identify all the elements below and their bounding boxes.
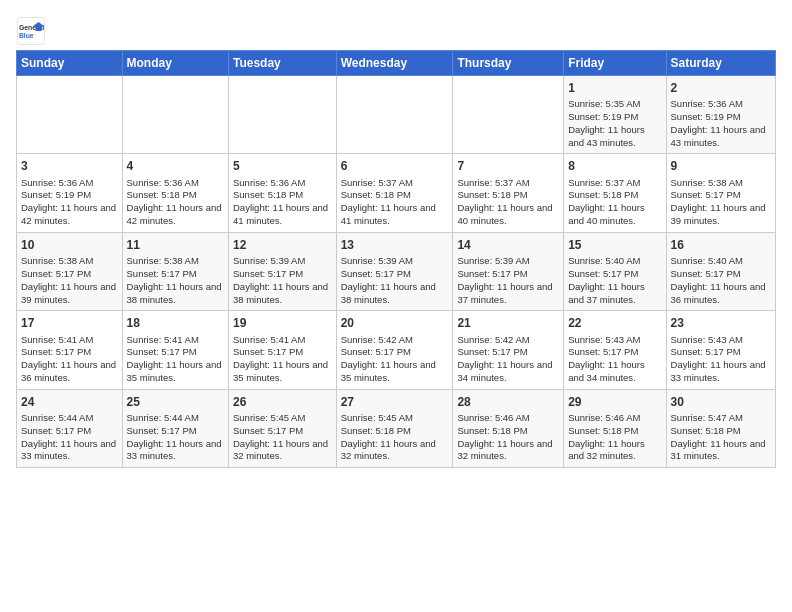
day-info: Daylight: 11 hours and 34 minutes. bbox=[457, 359, 559, 385]
day-info: Daylight: 11 hours and 35 minutes. bbox=[341, 359, 449, 385]
day-cell bbox=[122, 76, 228, 154]
day-cell: 4Sunrise: 5:36 AMSunset: 5:18 PMDaylight… bbox=[122, 154, 228, 232]
day-info: Sunrise: 5:42 AM bbox=[457, 334, 559, 347]
day-info: Sunrise: 5:37 AM bbox=[457, 177, 559, 190]
day-cell: 23Sunrise: 5:43 AMSunset: 5:17 PMDayligh… bbox=[666, 311, 775, 389]
day-info: Daylight: 11 hours and 36 minutes. bbox=[21, 359, 118, 385]
day-cell: 11Sunrise: 5:38 AMSunset: 5:17 PMDayligh… bbox=[122, 232, 228, 310]
day-info: Sunrise: 5:41 AM bbox=[233, 334, 332, 347]
day-number: 16 bbox=[671, 237, 771, 253]
day-info: Sunset: 5:17 PM bbox=[457, 268, 559, 281]
day-info: Sunset: 5:19 PM bbox=[671, 111, 771, 124]
day-info: Sunset: 5:18 PM bbox=[127, 189, 224, 202]
day-number: 21 bbox=[457, 315, 559, 331]
day-cell bbox=[336, 76, 453, 154]
header: General Blue bbox=[16, 16, 776, 46]
day-info: Sunrise: 5:40 AM bbox=[671, 255, 771, 268]
day-info: Sunset: 5:18 PM bbox=[341, 189, 449, 202]
day-info: Sunrise: 5:36 AM bbox=[21, 177, 118, 190]
day-info: Sunset: 5:18 PM bbox=[457, 425, 559, 438]
day-cell bbox=[229, 76, 337, 154]
day-cell: 10Sunrise: 5:38 AMSunset: 5:17 PMDayligh… bbox=[17, 232, 123, 310]
week-row-1: 1Sunrise: 5:35 AMSunset: 5:19 PMDaylight… bbox=[17, 76, 776, 154]
day-info: Daylight: 11 hours and 42 minutes. bbox=[21, 202, 118, 228]
day-number: 24 bbox=[21, 394, 118, 410]
day-cell: 17Sunrise: 5:41 AMSunset: 5:17 PMDayligh… bbox=[17, 311, 123, 389]
day-info: Daylight: 11 hours and 32 minutes. bbox=[568, 438, 661, 464]
day-info: Sunset: 5:19 PM bbox=[21, 189, 118, 202]
day-cell: 3Sunrise: 5:36 AMSunset: 5:19 PMDaylight… bbox=[17, 154, 123, 232]
day-number: 22 bbox=[568, 315, 661, 331]
day-number: 12 bbox=[233, 237, 332, 253]
day-number: 18 bbox=[127, 315, 224, 331]
day-info: Sunrise: 5:47 AM bbox=[671, 412, 771, 425]
day-info: Sunrise: 5:41 AM bbox=[21, 334, 118, 347]
day-cell: 21Sunrise: 5:42 AMSunset: 5:17 PMDayligh… bbox=[453, 311, 564, 389]
day-info: Daylight: 11 hours and 40 minutes. bbox=[457, 202, 559, 228]
day-header-saturday: Saturday bbox=[666, 51, 775, 76]
day-number: 11 bbox=[127, 237, 224, 253]
day-number: 7 bbox=[457, 158, 559, 174]
day-info: Daylight: 11 hours and 33 minutes. bbox=[127, 438, 224, 464]
day-info: Daylight: 11 hours and 36 minutes. bbox=[671, 281, 771, 307]
day-cell: 2Sunrise: 5:36 AMSunset: 5:19 PMDaylight… bbox=[666, 76, 775, 154]
day-info: Daylight: 11 hours and 43 minutes. bbox=[671, 124, 771, 150]
day-info: Sunrise: 5:37 AM bbox=[341, 177, 449, 190]
day-number: 30 bbox=[671, 394, 771, 410]
day-info: Daylight: 11 hours and 41 minutes. bbox=[341, 202, 449, 228]
day-info: Sunrise: 5:38 AM bbox=[671, 177, 771, 190]
day-cell: 13Sunrise: 5:39 AMSunset: 5:17 PMDayligh… bbox=[336, 232, 453, 310]
day-cell bbox=[453, 76, 564, 154]
day-number: 29 bbox=[568, 394, 661, 410]
day-number: 3 bbox=[21, 158, 118, 174]
day-number: 20 bbox=[341, 315, 449, 331]
day-cell: 24Sunrise: 5:44 AMSunset: 5:17 PMDayligh… bbox=[17, 389, 123, 467]
day-info: Sunset: 5:18 PM bbox=[671, 425, 771, 438]
day-info: Sunset: 5:17 PM bbox=[127, 425, 224, 438]
day-info: Sunset: 5:17 PM bbox=[457, 346, 559, 359]
day-info: Sunset: 5:18 PM bbox=[457, 189, 559, 202]
day-info: Daylight: 11 hours and 43 minutes. bbox=[568, 124, 661, 150]
day-info: Sunset: 5:17 PM bbox=[671, 189, 771, 202]
day-number: 2 bbox=[671, 80, 771, 96]
svg-text:Blue: Blue bbox=[19, 32, 34, 39]
day-number: 10 bbox=[21, 237, 118, 253]
day-number: 14 bbox=[457, 237, 559, 253]
day-cell: 26Sunrise: 5:45 AMSunset: 5:17 PMDayligh… bbox=[229, 389, 337, 467]
day-info: Sunset: 5:19 PM bbox=[568, 111, 661, 124]
day-info: Sunrise: 5:39 AM bbox=[233, 255, 332, 268]
day-info: Sunset: 5:17 PM bbox=[21, 346, 118, 359]
day-info: Sunrise: 5:42 AM bbox=[341, 334, 449, 347]
day-info: Sunset: 5:17 PM bbox=[233, 425, 332, 438]
day-number: 26 bbox=[233, 394, 332, 410]
day-info: Sunset: 5:17 PM bbox=[127, 346, 224, 359]
day-cell: 22Sunrise: 5:43 AMSunset: 5:17 PMDayligh… bbox=[564, 311, 666, 389]
day-number: 19 bbox=[233, 315, 332, 331]
day-info: Daylight: 11 hours and 35 minutes. bbox=[127, 359, 224, 385]
day-number: 25 bbox=[127, 394, 224, 410]
day-info: Sunset: 5:17 PM bbox=[568, 268, 661, 281]
day-number: 9 bbox=[671, 158, 771, 174]
day-info: Sunrise: 5:44 AM bbox=[127, 412, 224, 425]
day-cell: 25Sunrise: 5:44 AMSunset: 5:17 PMDayligh… bbox=[122, 389, 228, 467]
day-header-thursday: Thursday bbox=[453, 51, 564, 76]
day-info: Sunrise: 5:43 AM bbox=[568, 334, 661, 347]
day-info: Sunset: 5:17 PM bbox=[341, 346, 449, 359]
day-header-friday: Friday bbox=[564, 51, 666, 76]
day-cell: 9Sunrise: 5:38 AMSunset: 5:17 PMDaylight… bbox=[666, 154, 775, 232]
day-info: Daylight: 11 hours and 40 minutes. bbox=[568, 202, 661, 228]
day-info: Sunrise: 5:36 AM bbox=[671, 98, 771, 111]
day-info: Sunrise: 5:38 AM bbox=[21, 255, 118, 268]
day-cell: 8Sunrise: 5:37 AMSunset: 5:18 PMDaylight… bbox=[564, 154, 666, 232]
day-info: Sunset: 5:17 PM bbox=[233, 268, 332, 281]
day-cell: 12Sunrise: 5:39 AMSunset: 5:17 PMDayligh… bbox=[229, 232, 337, 310]
day-header-sunday: Sunday bbox=[17, 51, 123, 76]
day-cell: 28Sunrise: 5:46 AMSunset: 5:18 PMDayligh… bbox=[453, 389, 564, 467]
day-number: 15 bbox=[568, 237, 661, 253]
day-info: Daylight: 11 hours and 38 minutes. bbox=[233, 281, 332, 307]
day-header-wednesday: Wednesday bbox=[336, 51, 453, 76]
day-info: Sunrise: 5:39 AM bbox=[341, 255, 449, 268]
day-cell: 18Sunrise: 5:41 AMSunset: 5:17 PMDayligh… bbox=[122, 311, 228, 389]
day-info: Sunrise: 5:44 AM bbox=[21, 412, 118, 425]
day-info: Sunrise: 5:46 AM bbox=[568, 412, 661, 425]
